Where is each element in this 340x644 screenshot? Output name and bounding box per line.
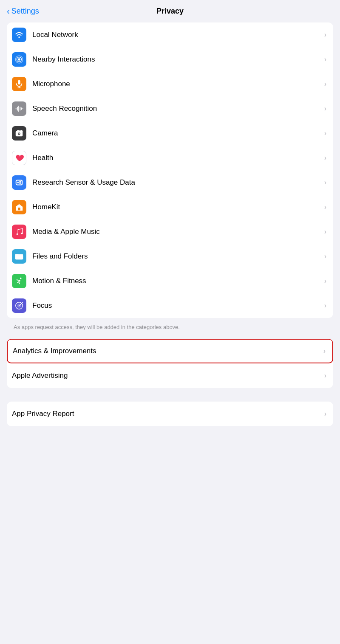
local-network-icon — [12, 28, 26, 42]
list-item-microphone[interactable]: Microphone › — [7, 72, 333, 96]
list-item-focus[interactable]: Focus › — [7, 293, 333, 318]
media-apple-music-label: Media & Apple Music — [32, 228, 322, 236]
list-item-analytics-improvements[interactable]: Analytics & Improvements › — [7, 339, 333, 363]
homekit-label: HomeKit — [32, 203, 322, 211]
svg-rect-11 — [21, 107, 22, 110]
app-privacy-report-label: App Privacy Report — [12, 410, 322, 418]
health-label: Health — [32, 154, 322, 162]
back-chevron-icon: ‹ — [7, 6, 10, 16]
back-button[interactable]: ‹ Settings — [7, 7, 39, 16]
nearby-interactions-icon — [12, 52, 26, 67]
svg-rect-4 — [18, 80, 20, 84]
page-title: Privacy — [156, 7, 184, 16]
svg-point-0 — [18, 37, 20, 38]
svg-point-1 — [18, 58, 20, 61]
files-folders-icon — [12, 249, 26, 264]
camera-label: Camera — [32, 129, 322, 138]
app-privacy-report-section: App Privacy Report › — [7, 402, 333, 426]
files-folders-label: Files and Folders — [32, 252, 322, 261]
analytics-improvements-chevron-icon: › — [323, 347, 326, 355]
svg-point-18 — [21, 233, 23, 234]
motion-fitness-icon — [12, 274, 26, 288]
svg-rect-7 — [16, 108, 17, 110]
svg-point-17 — [17, 233, 18, 235]
list-item-motion-fitness[interactable]: Motion & Fitness › — [7, 269, 333, 293]
media-apple-music-chevron-icon: › — [324, 228, 326, 236]
back-label: Settings — [11, 7, 39, 16]
analytics-improvements-label: Analytics & Improvements — [13, 347, 321, 355]
research-sensor-icon — [12, 175, 26, 190]
homekit-chevron-icon: › — [324, 203, 326, 211]
list-item-app-privacy-report[interactable]: App Privacy Report › — [7, 402, 333, 426]
camera-icon — [12, 126, 26, 141]
privacy-settings-list: Local Network › Nearby Interactions › Mi… — [7, 22, 333, 318]
homekit-icon — [12, 200, 26, 214]
list-item-local-network[interactable]: Local Network › — [7, 22, 333, 47]
motion-fitness-label: Motion & Fitness — [32, 277, 322, 285]
svg-rect-10 — [20, 107, 20, 110]
svg-rect-8 — [17, 107, 18, 110]
footnote-text: As apps request access, they will be add… — [0, 321, 340, 336]
svg-rect-20 — [15, 255, 23, 259]
apple-advertising-label: Apple Advertising — [12, 371, 322, 380]
speech-recognition-chevron-icon: › — [324, 105, 326, 112]
list-item-research-sensor[interactable]: Research Sensor & Usage Data › — [7, 170, 333, 195]
app-privacy-report-chevron-icon: › — [324, 410, 326, 418]
motion-fitness-chevron-icon: › — [324, 277, 326, 285]
list-item-nearby-interactions[interactable]: Nearby Interactions › — [7, 47, 333, 72]
svg-rect-16 — [18, 208, 20, 210]
nearby-interactions-chevron-icon: › — [324, 56, 326, 63]
research-sensor-label: Research Sensor & Usage Data — [32, 178, 322, 187]
list-item-apple-advertising[interactable]: Apple Advertising › — [7, 363, 333, 388]
list-item-speech-recognition[interactable]: Speech Recognition › — [7, 96, 333, 121]
health-chevron-icon: › — [324, 154, 326, 162]
microphone-label: Microphone — [32, 80, 322, 88]
local-network-chevron-icon: › — [324, 31, 326, 39]
focus-chevron-icon: › — [324, 302, 326, 309]
microphone-icon — [12, 77, 26, 91]
list-item-homekit[interactable]: HomeKit › — [7, 195, 333, 219]
speech-recognition-icon — [12, 101, 26, 116]
local-network-label: Local Network — [32, 31, 322, 39]
camera-chevron-icon: › — [324, 129, 326, 137]
list-item-files-folders[interactable]: Files and Folders › — [7, 244, 333, 269]
list-item-media-apple-music[interactable]: Media & Apple Music › — [7, 219, 333, 244]
nearby-interactions-label: Nearby Interactions — [32, 55, 322, 64]
svg-point-21 — [20, 278, 22, 279]
research-sensor-chevron-icon: › — [324, 179, 326, 186]
list-item-health[interactable]: Health › — [7, 146, 333, 170]
microphone-chevron-icon: › — [324, 80, 326, 88]
apple-advertising-chevron-icon: › — [324, 372, 326, 380]
svg-rect-9 — [18, 106, 19, 112]
svg-rect-12 — [23, 108, 23, 109]
media-apple-music-icon — [12, 225, 26, 239]
svg-point-14 — [19, 133, 20, 135]
focus-icon — [12, 298, 26, 313]
speech-recognition-label: Speech Recognition — [32, 104, 322, 113]
health-icon — [12, 151, 26, 165]
focus-label: Focus — [32, 301, 322, 310]
header: ‹ Settings Privacy — [0, 0, 340, 20]
analytics-section: Analytics & Improvements › Apple Adverti… — [7, 339, 333, 388]
files-folders-chevron-icon: › — [324, 253, 326, 260]
list-item-camera[interactable]: Camera › — [7, 121, 333, 146]
